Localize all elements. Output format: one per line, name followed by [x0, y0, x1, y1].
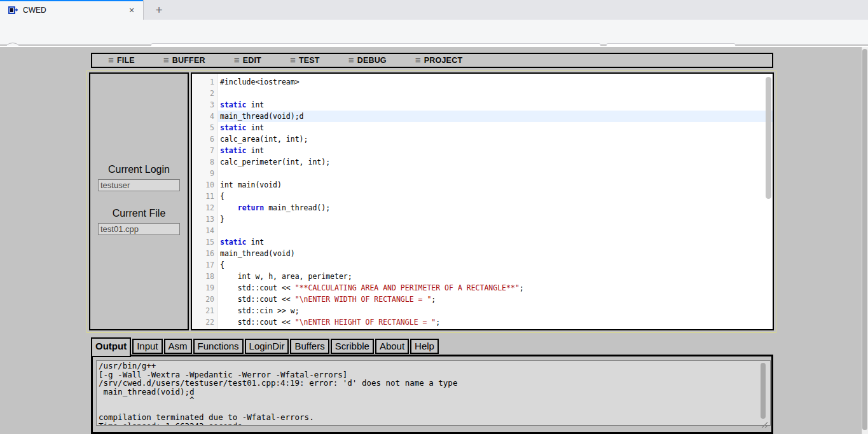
- code-line[interactable]: 12 return main_thread();: [192, 202, 773, 214]
- code-line-text[interactable]: }: [218, 214, 773, 225]
- code-line-text[interactable]: static int: [218, 236, 773, 248]
- output-panel: /usr/bin/g++ [-g -Wall -Wextra -Wpedanti…: [91, 355, 773, 434]
- code-line-text[interactable]: main_thread(void);d: [218, 111, 773, 122]
- tab-scribble[interactable]: Scribble: [331, 339, 374, 354]
- code-line[interactable]: 21 std::cin >> w;: [192, 305, 773, 316]
- tab-buffers[interactable]: Buffers: [290, 339, 329, 354]
- code-line[interactable]: 20 std::cout << "\nENTER WIDTH OF RECTAN…: [192, 294, 773, 305]
- tab-close-icon[interactable]: ✕: [127, 5, 137, 15]
- code-line[interactable]: 1#include<iostream>: [192, 76, 773, 88]
- code-segment: calc_area(int, int);: [220, 135, 308, 144]
- line-number: 18: [192, 271, 218, 282]
- code-editor[interactable]: 1#include<iostream>23static int4main_thr…: [191, 72, 774, 330]
- code-line[interactable]: 13}: [192, 214, 773, 225]
- code-line-text[interactable]: calc_area(int, int);: [218, 133, 773, 145]
- menu-lines-icon: ☰: [234, 57, 240, 64]
- code-line[interactable]: 18 int w, h, area, perimeter;: [192, 271, 773, 282]
- code-line[interactable]: 8calc_perimeter(int, int);: [192, 156, 773, 168]
- code-line-text[interactable]: std::cout << "\nENTER HEIGHT OF RECTANGL…: [218, 316, 773, 328]
- line-number: 1: [192, 76, 218, 88]
- line-number: 15: [192, 236, 218, 248]
- line-number: 19: [192, 282, 218, 294]
- cwed-favicon-icon: [8, 5, 18, 15]
- output-console[interactable]: /usr/bin/g++ [-g -Wall -Wextra -Wpedanti…: [96, 360, 771, 426]
- code-line-text[interactable]: std::cout << "\nENTER WIDTH OF RECTANGLE…: [218, 294, 773, 305]
- code-segment: std::cout <<: [220, 295, 295, 304]
- line-number: 7: [192, 145, 218, 156]
- window-scrollbar[interactable]: [862, 47, 868, 434]
- code-line[interactable]: 16main_thread(void): [192, 248, 773, 259]
- current-login-field[interactable]: [98, 179, 180, 191]
- browser-toolbar: localhost/tests/dev01/cwed/src/app/forms…: [0, 20, 868, 45]
- code-line[interactable]: 3static int: [192, 99, 773, 111]
- menu-item-buffer[interactable]: ☰BUFFER: [163, 56, 205, 65]
- code-line[interactable]: 10int main(void): [192, 179, 773, 191]
- menu-lines-icon: ☰: [108, 57, 114, 64]
- menu-item-test[interactable]: ☰TEST: [290, 56, 320, 65]
- current-file-field[interactable]: [98, 223, 180, 235]
- code-line[interactable]: 22 std::cout << "\nENTER HEIGHT OF RECTA…: [192, 316, 773, 328]
- code-segment: std::cin >> w;: [220, 306, 300, 315]
- code-line-text[interactable]: #include<iostream>: [218, 76, 773, 88]
- menu-item-file[interactable]: ☰FILE: [108, 56, 135, 65]
- code-line[interactable]: 15static int: [192, 236, 773, 248]
- code-line[interactable]: 17{: [192, 259, 773, 271]
- code-segment: ;: [436, 318, 440, 327]
- code-line[interactable]: 4main_thread(void);d: [192, 111, 773, 122]
- code-line-text[interactable]: int w, h, area, perimeter;: [218, 271, 773, 282]
- menu-bar: ☰FILE☰BUFFER☰EDIT☰TEST☰DEBUG☰PROJECT: [91, 53, 773, 68]
- code-line[interactable]: 9: [192, 168, 773, 179]
- code-segment: {: [220, 192, 224, 201]
- editor-scrollbar-thumb[interactable]: [766, 77, 771, 199]
- code-line-text[interactable]: int main(void): [218, 179, 773, 191]
- tab-asm[interactable]: Asm: [164, 339, 192, 354]
- code-line[interactable]: 19 std::cout << "**CALCULATING AREA AND …: [192, 282, 773, 294]
- code-line-text[interactable]: main_thread(void): [218, 248, 773, 259]
- browser-tab-bar: CWED ✕ +: [0, 0, 868, 20]
- new-tab-button[interactable]: +: [151, 2, 167, 18]
- console-scrollbar-thumb[interactable]: [761, 363, 766, 419]
- code-line-text[interactable]: static int: [218, 122, 773, 133]
- menu-item-debug[interactable]: ☰DEBUG: [348, 56, 387, 65]
- code-segment: int: [247, 146, 265, 155]
- code-segment: [220, 203, 238, 212]
- code-line-text[interactable]: std::cout << "**CALCULATING AREA AND PER…: [218, 282, 773, 294]
- code-line[interactable]: 7static int: [192, 145, 773, 156]
- browser-tab-active[interactable]: CWED ✕: [0, 0, 144, 20]
- tab-help[interactable]: Help: [410, 339, 439, 354]
- code-line-text[interactable]: static int: [218, 99, 773, 111]
- tab-about[interactable]: About: [375, 339, 409, 354]
- code-segment: std::cout <<: [220, 283, 295, 292]
- tab-output[interactable]: Output: [91, 337, 131, 357]
- menu-item-label: EDIT: [243, 56, 261, 65]
- code-line-text[interactable]: calc_perimeter(int, int);: [218, 156, 773, 168]
- code-line[interactable]: 2: [192, 88, 773, 99]
- code-segment: int: [247, 100, 265, 109]
- code-line-text[interactable]: [218, 168, 773, 179]
- tab-functions[interactable]: Functions: [193, 339, 244, 354]
- code-area[interactable]: 1#include<iostream>23static int4main_thr…: [192, 76, 773, 328]
- code-line-text[interactable]: [218, 88, 773, 99]
- code-line[interactable]: 14: [192, 225, 773, 236]
- line-number: 14: [192, 225, 218, 236]
- code-line-text[interactable]: {: [218, 191, 773, 202]
- code-line-text[interactable]: std::cin >> w;: [218, 305, 773, 316]
- code-segment: static: [220, 146, 247, 155]
- tab-logindir[interactable]: LoginDir: [245, 339, 289, 354]
- code-line[interactable]: 11{: [192, 191, 773, 202]
- code-segment: ;: [520, 283, 524, 292]
- tab-input[interactable]: Input: [132, 339, 162, 354]
- code-line-text[interactable]: static int: [218, 145, 773, 156]
- code-segment: static: [220, 123, 247, 132]
- menu-item-edit[interactable]: ☰EDIT: [234, 56, 261, 65]
- code-line[interactable]: 6calc_area(int, int);: [192, 133, 773, 145]
- code-line-text[interactable]: return main_thread();: [218, 202, 773, 214]
- code-segment: static: [220, 100, 247, 109]
- window-scrollbar-thumb[interactable]: [862, 49, 867, 430]
- line-number: 5: [192, 122, 218, 133]
- code-line[interactable]: 5static int: [192, 122, 773, 133]
- code-line-text[interactable]: {: [218, 259, 773, 271]
- menu-item-project[interactable]: ☰PROJECT: [415, 56, 462, 65]
- code-segment: "\nENTER HEIGHT OF RECTANGLE = ": [295, 318, 436, 327]
- code-line-text[interactable]: [218, 225, 773, 236]
